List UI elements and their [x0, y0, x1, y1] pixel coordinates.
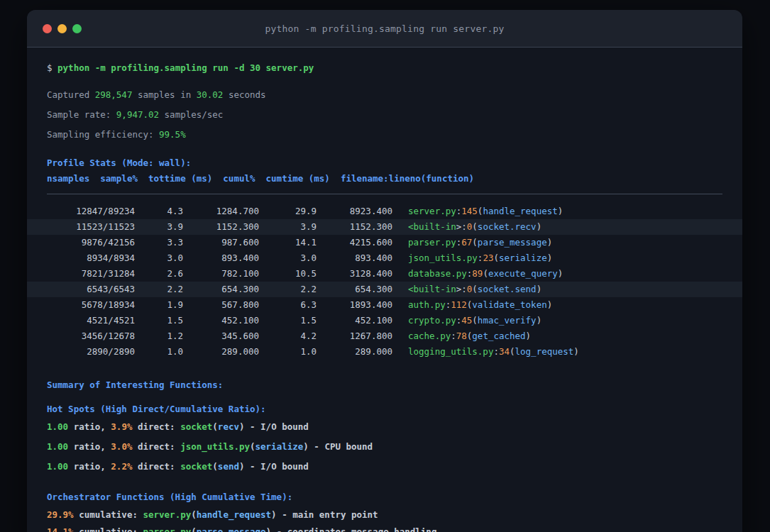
text-segment: handle_request [197, 509, 271, 520]
function-location-cell: cache.py:78(get_cached) [408, 328, 531, 344]
text-segment: 99.5% [159, 129, 186, 140]
text-segment: 45 [461, 315, 472, 326]
text-segment: ( [250, 441, 255, 452]
table-cell: 6543/6543 [47, 282, 135, 297]
text-segment: handle_request [483, 206, 557, 216]
minimize-button[interactable] [57, 24, 67, 33]
profile-stats-title: Profile Stats (Mode: wall): [47, 156, 722, 170]
profile-table-row: 7821/312842.6782.10010.53128.400database… [27, 266, 742, 282]
text-segment: json_utils.py [180, 441, 250, 452]
text-segment: Summary of Interesting Functions: [47, 379, 223, 390]
text-segment: 67 [461, 237, 472, 248]
profile-heading-block: Profile Stats (Mode: wall):nsamples samp… [47, 156, 722, 186]
orchestrator-title: Orchestrator Functions (High Cumulative … [47, 490, 722, 504]
text-segment: get_cached [472, 331, 525, 341]
text-segment: serialize [255, 441, 304, 452]
text-segment: server.py [408, 206, 456, 216]
table-cell: 4215.600 [317, 235, 392, 250]
hot-spots-title: Hot Spots (High Direct/Cumulative Ratio)… [47, 402, 722, 416]
captured-samples-line: Captured 298,547 samples in 30.02 second… [47, 88, 722, 102]
table-cell: 1267.800 [317, 328, 392, 344]
text-segment: ) [537, 284, 542, 294]
hotspot-item: 1.00 ratio, 3.0% direct: json_utils.py(s… [47, 440, 722, 454]
text-segment: ) [537, 221, 542, 232]
table-cell: 3.3 [135, 235, 183, 250]
text-segment: validate_token [472, 299, 546, 310]
table-cell: 11523/11523 [47, 219, 135, 235]
text-segment: log_request [515, 346, 574, 357]
profile-table-row: 9876/421563.3987.60014.14215.600parser.p… [27, 235, 742, 250]
capture-stats-block: Captured 298,547 samples in 30.02 second… [47, 88, 722, 142]
text-segment: ratio, [68, 421, 111, 432]
text-segment: 1.00 [47, 461, 68, 472]
text-segment: server.py [143, 509, 191, 520]
table-cell: 9876/42156 [47, 235, 135, 250]
text-segment: ( [472, 221, 478, 232]
text-segment: python -m profiling.sampling run -d 30 s… [57, 62, 314, 73]
orchestrator-heading-block: Orchestrator Functions (High Cumulative … [47, 490, 722, 504]
text-segment: ) [547, 299, 553, 310]
function-location-cell: auth.py:112(validate_token) [408, 297, 552, 313]
table-cell: 289.000 [317, 344, 392, 360]
text-segment: ( [212, 421, 218, 432]
close-button[interactable] [43, 24, 52, 33]
text-segment: >: [456, 221, 467, 232]
summary-heading-block: Summary of Interesting Functions: [47, 378, 722, 392]
text-segment: 30.02 [197, 89, 224, 100]
text-segment: direct: [132, 461, 180, 472]
text-segment: ) [547, 237, 553, 248]
table-cell: 7821/31284 [47, 266, 135, 282]
window-title: python -m profiling.sampling run server.… [265, 23, 504, 34]
hot-spots-heading-block: Hot Spots (High Direct/Cumulative Ratio)… [47, 402, 722, 416]
table-cell: 1.0 [259, 344, 317, 360]
table-cell: 4521/4521 [47, 313, 135, 328]
shell-command: $ python -m profiling.sampling run -d 30… [47, 61, 722, 75]
hotspot-item: 1.00 ratio, 3.9% direct: socket(recv) - … [47, 420, 722, 434]
profile-table-row: 8934/89343.0893.4003.0893.400json_utils.… [27, 250, 742, 266]
text-segment: ) [558, 206, 563, 216]
text-segment: direct: [132, 441, 180, 452]
terminal-output: $ python -m profiling.sampling run -d 30… [27, 48, 742, 532]
function-location-cell: parser.py:67(parse_message) [408, 235, 552, 250]
text-segment: 1.00 [47, 421, 68, 432]
table-cell: 567.800 [183, 297, 259, 313]
text-segment: ) [239, 461, 245, 472]
text-segment: Sampling efficiency: [47, 129, 159, 140]
desktop-background: python -m profiling.sampling run server.… [0, 0, 770, 532]
table-cell: 3.9 [135, 219, 183, 235]
profile-table-row: 11523/115233.91152.3003.91152.300<built-… [27, 219, 742, 235]
text-segment: ) [303, 441, 309, 452]
function-location-cell: json_utils.py:23(serialize) [408, 250, 552, 266]
table-cell: 8934/8934 [47, 250, 135, 266]
table-cell: 3.0 [259, 250, 317, 266]
table-cell: 3128.400 [317, 266, 392, 282]
sampling-efficiency-line: Sampling efficiency: 99.5% [47, 128, 722, 142]
table-cell: 1152.300 [317, 219, 392, 235]
text-segment: socket [180, 461, 212, 472]
terminal-titlebar[interactable]: python -m profiling.sampling run server.… [27, 10, 742, 48]
text-segment: ) [537, 315, 542, 326]
text-segment: 112 [451, 299, 467, 310]
text-segment: cumulative: [74, 509, 143, 520]
summary-title: Summary of Interesting Functions: [47, 378, 722, 392]
table-cell: 3.0 [135, 250, 183, 266]
text-segment: seconds [223, 89, 265, 100]
table-cell: 987.600 [183, 235, 259, 250]
text-segment: $ [47, 62, 57, 73]
table-cell: 2.2 [135, 282, 183, 297]
text-segment: - main entry point [277, 509, 378, 520]
orchestrator-item-clipped: 14.1% cumulative: parser.py(parse_messag… [47, 525, 722, 532]
text-segment: ) [526, 331, 532, 341]
text-segment: 145 [461, 206, 478, 216]
zoom-button[interactable] [72, 24, 82, 33]
profile-table-row: 4521/45211.5452.1001.5452.100crypto.py:4… [27, 313, 742, 328]
text-segment: ( [493, 253, 499, 263]
table-cell: 893.400 [183, 250, 259, 266]
table-cell: 10.5 [259, 266, 317, 282]
text-segment: socket.recv [478, 221, 537, 232]
text-segment: logging_utils.py [408, 346, 493, 357]
profile-table-header: nsamples sample% tottime (ms) cumul% cum… [47, 172, 722, 186]
function-location-cell: server.py:145(handle_request) [408, 204, 563, 219]
text-segment: Captured [47, 89, 95, 100]
text-segment: samples in [132, 89, 196, 100]
